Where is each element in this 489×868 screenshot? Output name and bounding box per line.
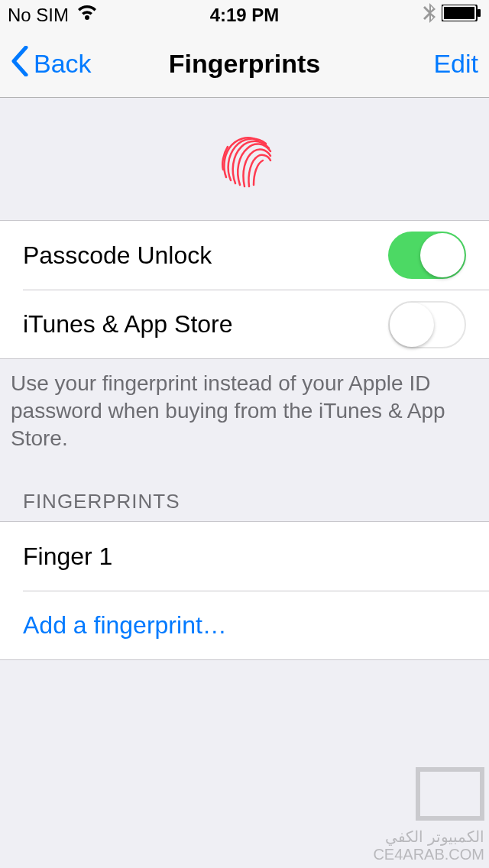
- fingerprint-item[interactable]: Finger 1: [0, 522, 489, 591]
- itunes-appstore-label: iTunes & App Store: [23, 310, 233, 338]
- watermark-text-1: الكمبيوتر الكفي: [373, 828, 484, 846]
- passcode-unlock-row: Passcode Unlock: [0, 221, 489, 290]
- fingerprint-item-label: Finger 1: [23, 542, 112, 571]
- wifi-icon: [76, 5, 98, 26]
- fingerprints-section-header: FINGERPRINTS: [0, 479, 489, 521]
- watermark-logo-icon: [416, 767, 484, 821]
- page-title: Fingerprints: [169, 49, 320, 79]
- itunes-appstore-switch[interactable]: [388, 301, 466, 348]
- chevron-left-icon: [11, 46, 29, 83]
- status-time: 4:19 PM: [210, 5, 280, 26]
- add-fingerprint-button[interactable]: Add a fingerprint…: [23, 591, 489, 659]
- fingerprints-list-group: Finger 1 Add a fingerprint…: [0, 521, 489, 660]
- battery-icon: [442, 5, 481, 26]
- settings-footer-text: Use your fingerprint instead of your App…: [0, 359, 489, 479]
- toggle-settings-group: Passcode Unlock iTunes & App Store: [0, 220, 489, 359]
- svg-rect-1: [444, 7, 474, 19]
- add-fingerprint-label: Add a fingerprint…: [23, 611, 227, 640]
- passcode-unlock-switch[interactable]: [388, 232, 466, 279]
- carrier-text: No SIM: [8, 5, 69, 26]
- watermark-text-2: CE4ARAB.COM: [373, 846, 484, 863]
- svg-rect-2: [478, 9, 481, 17]
- fingerprint-icon: [211, 124, 278, 194]
- bluetooth-icon: [423, 3, 436, 28]
- passcode-unlock-label: Passcode Unlock: [23, 241, 212, 270]
- watermark: الكمبيوتر الكفي CE4ARAB.COM: [373, 767, 484, 863]
- edit-button[interactable]: Edit: [433, 49, 478, 79]
- nav-bar: Back Fingerprints Edit: [0, 31, 489, 98]
- back-label: Back: [34, 49, 92, 79]
- status-bar: No SIM 4:19 PM: [0, 0, 489, 31]
- fingerprint-hero: [0, 98, 489, 220]
- back-button[interactable]: Back: [11, 46, 92, 83]
- itunes-appstore-row: iTunes & App Store: [23, 290, 489, 358]
